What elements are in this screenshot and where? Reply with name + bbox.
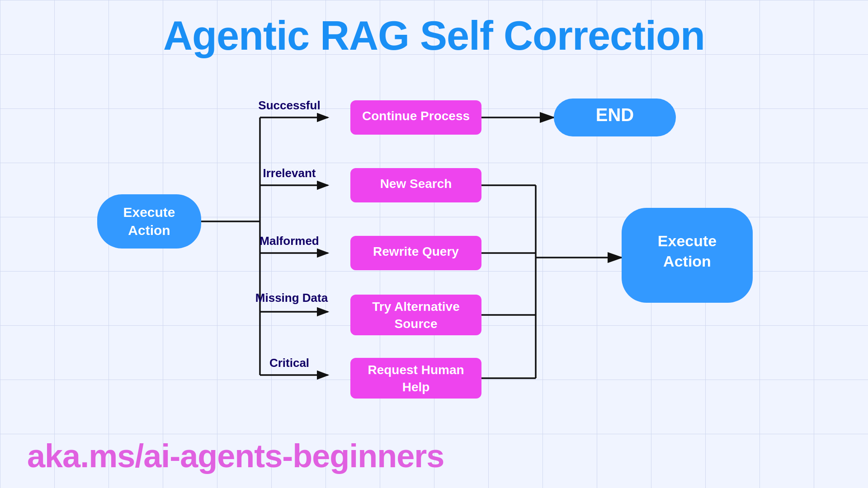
label-missing-data: Missing Data: [255, 291, 328, 305]
diagram-container: Execute Action Successful Irrelevant Mal…: [68, 72, 800, 425]
try-alt-source-label2: Source: [395, 317, 438, 331]
label-irrelevant: Irrelevant: [263, 166, 316, 180]
page-title: Agentic RAG Self Correction: [0, 0, 868, 58]
new-search-label: New Search: [380, 177, 452, 191]
diagram-svg: Execute Action Successful Irrelevant Mal…: [68, 72, 800, 425]
request-human-help-label1: Request Human: [368, 363, 464, 377]
try-alt-source-label1: Try Alternative: [372, 300, 459, 314]
footer-text: aka.ms/ai-agents-beginners: [27, 437, 444, 474]
request-human-help-label2: Help: [402, 380, 430, 394]
end-label: END: [596, 105, 634, 125]
svg-text:Execute: Execute: [658, 232, 717, 249]
svg-text:Action: Action: [128, 223, 170, 238]
rewrite-query-label: Rewrite Query: [373, 244, 459, 258]
continue-process-label: Continue Process: [362, 109, 470, 123]
label-successful: Successful: [258, 99, 320, 112]
svg-text:Execute: Execute: [123, 205, 175, 220]
label-malformed: Malformed: [259, 234, 319, 248]
page-content: Agentic RAG Self Correction Execute Acti…: [0, 0, 868, 488]
execute-action-left-node: [97, 194, 201, 249]
label-critical: Critical: [269, 356, 309, 370]
svg-text:Action: Action: [663, 253, 711, 270]
